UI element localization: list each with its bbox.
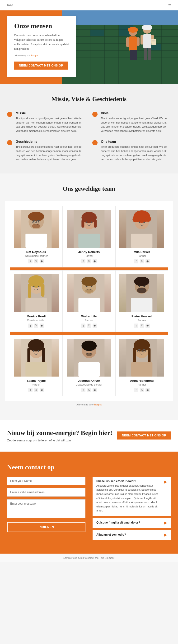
facebook-icon-5[interactable]: f bbox=[134, 324, 138, 328]
contact-name-input[interactable] bbox=[7, 477, 85, 485]
svg-point-71 bbox=[38, 286, 39, 287]
svg-rect-52 bbox=[81, 220, 84, 228]
faq-question-2: Aliquam et sem odio? bbox=[96, 533, 126, 536]
person-svg-6 bbox=[14, 339, 59, 376]
team-name-1: Jenny Roberts bbox=[67, 250, 112, 254]
team-social-1: f 𝕏 ◉ bbox=[67, 259, 112, 264]
svg-point-111 bbox=[143, 350, 145, 352]
hero-credit-link[interactable]: freepik bbox=[31, 54, 38, 57]
facebook-icon-4[interactable]: f bbox=[81, 324, 85, 328]
twitter-icon-7[interactable]: 𝕏 bbox=[87, 388, 91, 392]
facebook-icon-1[interactable]: f bbox=[81, 259, 85, 264]
svg-rect-27 bbox=[133, 50, 137, 60]
team-social-7: f 𝕏 ◉ bbox=[67, 388, 112, 392]
svg-rect-79 bbox=[78, 298, 100, 312]
svg-point-85 bbox=[144, 286, 145, 287]
svg-point-75 bbox=[81, 277, 97, 286]
svg-rect-86 bbox=[131, 298, 153, 312]
svg-point-89 bbox=[28, 339, 44, 352]
twitter-icon-2[interactable]: 𝕏 bbox=[140, 259, 144, 264]
svg-point-22 bbox=[128, 27, 138, 33]
svg-rect-24 bbox=[126, 38, 129, 47]
contact-title: Neem contact op bbox=[7, 464, 171, 471]
team-member-0: Nat Reynolds Wereldwijde partner f 𝕏 ◉ bbox=[10, 206, 63, 268]
twitter-icon-6[interactable]: 𝕏 bbox=[34, 388, 38, 392]
instagram-icon-0[interactable]: ◉ bbox=[40, 259, 44, 264]
instagram-icon-1[interactable]: ◉ bbox=[93, 259, 97, 264]
twitter-icon-1[interactable]: 𝕏 bbox=[87, 259, 91, 264]
team-social-8: f 𝕏 ◉ bbox=[119, 388, 164, 392]
twitter-icon-4[interactable]: 𝕏 bbox=[87, 324, 91, 328]
svg-point-97 bbox=[81, 340, 97, 351]
team-grid-row3: Sasha Payne Partner f 𝕏 ◉ bbox=[10, 335, 168, 396]
person-svg-1 bbox=[67, 210, 112, 248]
hero-cta-button[interactable]: NEEM CONTACT MET ONS OP bbox=[14, 62, 68, 70]
team-credit-link[interactable]: freepik bbox=[94, 403, 102, 406]
hero-image bbox=[62, 10, 178, 84]
person-svg-8 bbox=[119, 339, 164, 376]
twitter-icon-8[interactable]: 𝕏 bbox=[140, 388, 144, 392]
facebook-icon-7[interactable]: f bbox=[81, 388, 85, 392]
contact-message-input[interactable] bbox=[7, 500, 85, 518]
svg-rect-69 bbox=[41, 284, 44, 297]
team-grid: Nat Reynolds Wereldwijde partner f 𝕏 ◉ bbox=[10, 206, 168, 268]
svg-point-110 bbox=[139, 350, 140, 352]
hamburger-menu[interactable]: ≡ bbox=[168, 2, 171, 8]
faq-question-0: Phasellus sed efficitur dolor? bbox=[96, 480, 162, 483]
team-section-title: Ons geweldige team bbox=[5, 185, 173, 192]
faq-item-2[interactable]: Aliquam et sem odio? ▶ bbox=[93, 530, 171, 540]
facebook-icon-8[interactable]: f bbox=[134, 388, 138, 392]
instagram-icon-8[interactable]: ◉ bbox=[145, 388, 150, 392]
team-credit: Afbeelding door freepik bbox=[5, 401, 173, 408]
instagram-icon-6[interactable]: ◉ bbox=[40, 388, 44, 392]
twitter-icon-0[interactable]: 𝕏 bbox=[34, 259, 38, 264]
svg-rect-105 bbox=[133, 348, 136, 364]
instagram-icon-4[interactable]: ◉ bbox=[93, 324, 97, 328]
svg-rect-91 bbox=[42, 348, 45, 363]
facebook-icon-2[interactable]: f bbox=[134, 259, 138, 264]
solar-panel-illustration bbox=[62, 10, 178, 84]
mission-dot-1 bbox=[92, 112, 98, 117]
team-social-5: f 𝕏 ◉ bbox=[119, 324, 164, 328]
header: logo ≡ bbox=[0, 0, 178, 10]
team-name-5: Pieter Howard bbox=[119, 314, 164, 318]
contact-submit-button[interactable]: INDIENEN bbox=[7, 522, 85, 532]
instagram-icon-3[interactable]: ◉ bbox=[40, 324, 44, 328]
contact-email-input[interactable] bbox=[7, 488, 85, 496]
cta-title: Nieuw bij zonne-energie? Begin hier! bbox=[7, 429, 112, 437]
faq-item-0[interactable]: Phasellus sed efficitur dolor? Answer: L… bbox=[93, 477, 171, 516]
contact-faq: Phasellus sed efficitur dolor? Answer: L… bbox=[93, 477, 171, 542]
instagram-icon-2[interactable]: ◉ bbox=[145, 259, 150, 264]
team-section: Ons geweldige team bbox=[0, 174, 178, 420]
mission-content-3: Ons team Tincit producere octigonti jung… bbox=[101, 140, 171, 162]
person-svg-7 bbox=[67, 339, 112, 376]
person-svg-4 bbox=[67, 274, 112, 312]
svg-point-41 bbox=[28, 212, 44, 221]
facebook-icon-6[interactable]: f bbox=[28, 388, 33, 392]
mission-content-0: Missie Tincit producere octigonti junges… bbox=[16, 111, 86, 133]
svg-rect-64 bbox=[131, 234, 153, 248]
instagram-icon-7[interactable]: ◉ bbox=[93, 388, 97, 392]
svg-point-42 bbox=[33, 221, 34, 222]
team-photo-2 bbox=[119, 210, 164, 248]
mission-item-3: Ons team Tincit producere octigonti jung… bbox=[92, 140, 171, 162]
facebook-icon-0[interactable]: f bbox=[28, 259, 33, 264]
svg-point-100 bbox=[91, 350, 92, 351]
facebook-icon-3[interactable]: f bbox=[28, 324, 33, 328]
team-grid-row2: Monica Pouli Creatieve leider f 𝕏 ◉ bbox=[10, 270, 168, 332]
svg-rect-48 bbox=[25, 234, 47, 248]
logo: logo bbox=[7, 3, 13, 7]
twitter-icon-5[interactable]: 𝕏 bbox=[140, 324, 144, 328]
instagram-icon-5[interactable]: ◉ bbox=[145, 324, 150, 328]
footer-note: Sample text. Click to select the Text El… bbox=[0, 554, 178, 562]
contact-section: Neem contact op INDIENEN Phasellus sed e… bbox=[0, 452, 178, 554]
mission-dot-2 bbox=[7, 140, 12, 145]
faq-item-1[interactable]: Quisque fringilla sit amet dolor? ▶ bbox=[93, 518, 171, 528]
team-name-3: Monica Pouli bbox=[14, 314, 59, 318]
cta-button[interactable]: NEEM CONTACT MET ONS OP bbox=[117, 432, 171, 440]
cta-button-wrap: NEEM CONTACT MET ONS OP bbox=[117, 432, 171, 440]
mission-content-2: Geschiedenis Tincit producere octigonti … bbox=[16, 140, 86, 162]
team-divider-1 bbox=[10, 268, 168, 270]
twitter-icon-3[interactable]: 𝕏 bbox=[34, 324, 38, 328]
team-photo-1 bbox=[67, 210, 112, 248]
